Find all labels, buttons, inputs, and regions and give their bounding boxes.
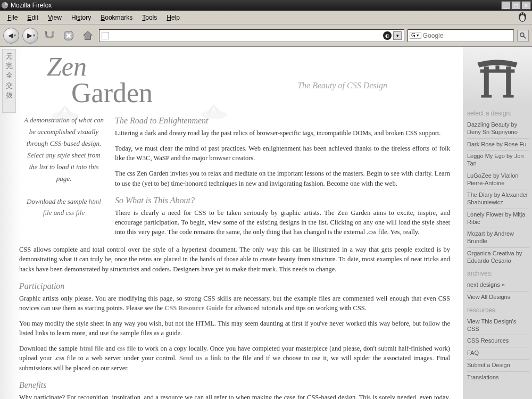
para: Today, we must clear the mind of past pr… [115, 144, 450, 163]
svg-rect-14 [481, 95, 492, 98]
menu-bookmarks[interactable]: Bookmarks [96, 12, 137, 23]
article-body-full: CSS allows complete and total control ov… [17, 243, 458, 399]
site-logo: Zen Garden [47, 54, 458, 106]
torii-gate-icon [463, 47, 532, 105]
browser-viewport: 元完全交抜 Zen Garden The Beauty of CSS Desig… [0, 47, 532, 399]
download-links: Download the sample html file and css fi… [22, 196, 105, 219]
heading-about: So What is This About? [115, 194, 450, 206]
page-icon [102, 32, 109, 39]
menu-help[interactable]: Help [162, 12, 184, 23]
sidebar-resource-link[interactable]: Translations [467, 372, 529, 384]
link-css-resource-guide[interactable]: CSS Resource Guide [164, 304, 223, 312]
sidebar-design-link[interactable]: The Diary by Alexander Shabuniewicz [467, 189, 529, 209]
svg-point-3 [521, 13, 522, 14]
svg-rect-11 [484, 66, 489, 96]
menu-edit[interactable]: Edit [23, 12, 43, 23]
search-engine-selector[interactable]: G▼ [410, 32, 421, 39]
para: There is clearly a need for CSS to be ta… [115, 208, 450, 237]
menu-bar: File Edit View History Bookmarks Tools H… [0, 11, 532, 24]
url-bar[interactable]: ◐ ▾ [99, 29, 404, 42]
svg-rect-12 [506, 66, 511, 96]
link-send-us[interactable]: Send us a link [179, 354, 222, 362]
feed-icon[interactable]: ◐ [383, 31, 392, 40]
sidebar-heading-archives: archives: [467, 270, 529, 277]
home-button[interactable] [80, 28, 96, 44]
forward-button[interactable]: ►▾ [22, 28, 38, 44]
para: The css Zen Garden invites you to relax … [115, 169, 450, 188]
sidebar-heading-select: select a design: [467, 110, 529, 117]
back-button[interactable]: ◄▾ [3, 28, 19, 44]
stop-button[interactable] [61, 28, 77, 44]
heading-road: The Road to Enlightenment [115, 114, 450, 127]
sidebar-design-link[interactable]: Lonely Flower by Mitja Ribic [467, 209, 529, 229]
svg-point-4 [523, 13, 524, 14]
svg-line-7 [523, 36, 526, 38]
sidebar-archive-link[interactable]: next designs » [467, 279, 529, 292]
sidebar-archive-link[interactable]: View All Designs [467, 292, 529, 303]
link-css-file[interactable]: css file [117, 345, 136, 352]
para: CSS allows complete and total control ov… [19, 245, 450, 273]
close-button[interactable]: × [521, 1, 531, 10]
link-css-file[interactable]: css file [65, 209, 85, 217]
calligraphy-strip: 元完全交抜 [2, 49, 16, 113]
menu-file[interactable]: File [3, 12, 22, 23]
svg-rect-15 [503, 95, 514, 98]
sidebar-resource-link[interactable]: View This Design's CSS [467, 316, 529, 336]
tagline: The Beauty of CSS Design [297, 81, 387, 90]
sidebar-heading-resources: resources: [467, 306, 529, 314]
menu-tools[interactable]: Tools [138, 12, 161, 23]
heading-benefits: Benefits [19, 379, 450, 391]
search-box[interactable]: G▼ [408, 29, 514, 42]
heading-participation: Participation [19, 280, 450, 292]
svg-rect-13 [495, 65, 499, 70]
para: Download the sample html file and css fi… [19, 344, 450, 372]
window-title-bar: Mozilla Firefox _ □ × [0, 0, 532, 11]
sidebar-resource-link[interactable]: FAQ [467, 347, 529, 360]
svg-point-6 [520, 32, 524, 36]
reload-button[interactable] [41, 28, 57, 44]
window-title: Mozilla Firefox [11, 2, 52, 9]
article-body: The Road to Enlightenment Littering a da… [113, 109, 458, 243]
sidebar-resource-link[interactable]: Submit a Design [467, 360, 529, 372]
intro-column: A demonstration of what can be accomplis… [17, 109, 113, 243]
search-input[interactable] [423, 32, 512, 39]
para: Littering a dark and dreary road lay the… [115, 128, 450, 138]
link-html-file[interactable]: html file [79, 345, 103, 352]
intro-text: A demonstration of what can be accomplis… [22, 114, 105, 185]
search-button[interactable] [517, 30, 529, 41]
sidebar-design-link[interactable]: Dazzling Beauty by Deny Sri Supriyono [467, 119, 529, 139]
para: You may modify the style sheet in any wa… [19, 319, 450, 338]
menu-view[interactable]: View [44, 12, 66, 23]
sidebar-design-link[interactable]: Leggo My Ego by Jon Tan [467, 151, 529, 170]
url-input[interactable] [111, 32, 383, 39]
sidebar-design-link[interactable]: Dark Rose by Rose Fu [467, 139, 529, 151]
design-sidebar: select a design: Dazzling Beauty by Deny… [463, 47, 532, 399]
sidebar-design-link[interactable]: Mozart by Andrew Brundle [467, 228, 529, 248]
para: Graphic artists only please. You are mod… [19, 294, 450, 313]
go-button[interactable]: ▾ [393, 31, 402, 40]
para: Why participate? For recognition, inspir… [19, 393, 450, 399]
maximize-button[interactable]: □ [511, 1, 521, 10]
navigation-toolbar: ◄▾ ►▾ ◐ ▾ G▼ [0, 24, 532, 47]
sidebar-resource-link[interactable]: CSS Resources [467, 335, 529, 347]
sidebar-design-link[interactable]: Organica Creativa by Eduardo Cesario [467, 248, 529, 267]
menu-history[interactable]: History [67, 12, 95, 23]
minimize-button[interactable]: _ [501, 1, 511, 10]
sidebar-design-link[interactable]: LuGoZee by Viallon Pierre-Antoine [467, 170, 529, 190]
mascot-icon [516, 10, 529, 25]
firefox-icon [1, 2, 9, 9]
